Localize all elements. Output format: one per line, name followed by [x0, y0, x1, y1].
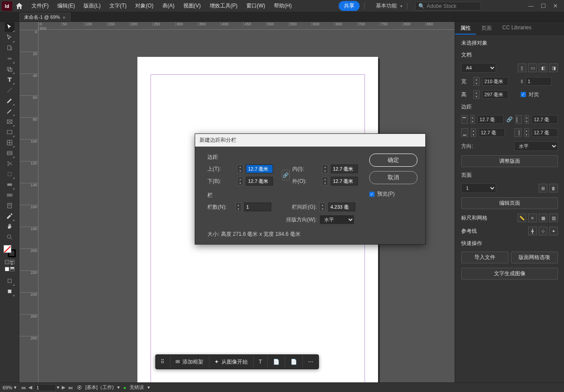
layout-grid-icon[interactable]: ▥ [549, 214, 558, 222]
width-stepper[interactable]: ▲▼ [473, 77, 480, 86]
drag-handle-icon[interactable]: ⠿ [155, 355, 170, 369]
margin-outside-field[interactable] [331, 177, 358, 186]
link-margins-icon[interactable]: 🔗 [282, 170, 290, 180]
pencil-tool[interactable] [5, 106, 14, 116]
gutter-stepper[interactable]: ▲▼ [319, 203, 326, 211]
preview-checkbox[interactable]: ✓ [369, 192, 375, 197]
page-tool[interactable] [5, 43, 14, 53]
type-tool[interactable] [5, 75, 14, 84]
orientation-portrait-icon[interactable]: ▯ [518, 63, 526, 72]
gutter-field[interactable] [328, 203, 355, 211]
apply-gradient-icon[interactable] [10, 267, 14, 271]
height-input[interactable] [482, 90, 508, 99]
apply-container-icon[interactable] [5, 260, 9, 264]
apply-none-icon[interactable] [5, 267, 9, 271]
menu-view[interactable]: 视图(V) [179, 0, 205, 11]
eyedropper-tool[interactable] [5, 211, 14, 221]
line-tool[interactable] [5, 85, 14, 95]
zoom-control[interactable]: 69% ▾ [3, 385, 17, 390]
menu-file[interactable]: 文件(F) [27, 0, 53, 11]
columns-stepper[interactable]: ▲▼ [235, 203, 242, 211]
rectangle-frame-tool[interactable] [5, 117, 14, 126]
margin-bottom-stepper[interactable]: ▲▼ [471, 128, 476, 137]
grid-tool[interactable] [5, 138, 14, 147]
page-icon-button[interactable]: 📄 [285, 355, 303, 369]
open-nav-icon[interactable]: ⦿ [77, 385, 82, 390]
document-tab[interactable]: 未命名-1 @ 69% × [19, 13, 70, 21]
preflight-profile[interactable]: [基本]（工作) [85, 384, 114, 391]
page-number-select[interactable]: 1 [461, 183, 496, 193]
content-collector-tool[interactable] [5, 64, 14, 74]
margin-outside-input[interactable] [532, 128, 558, 137]
import-file-button[interactable]: 导入文件 [461, 252, 508, 263]
margin-bottom-input[interactable] [479, 128, 505, 137]
adjust-layout-button[interactable]: 调整版面 [461, 155, 558, 167]
direct-selection-tool[interactable] [5, 33, 14, 42]
cancel-button[interactable]: 取消 [369, 171, 417, 184]
height-stepper[interactable]: ▲▼ [473, 90, 480, 99]
add-frame-button[interactable]: ✉添加框架 [170, 355, 209, 369]
pen-tool[interactable] [5, 96, 14, 105]
prev-page-icon[interactable]: ◀ [27, 385, 33, 391]
workspace-switcher[interactable]: 基本功能 [376, 2, 403, 10]
tab-properties[interactable]: 属性 [455, 22, 476, 35]
home-icon[interactable] [15, 2, 24, 10]
scissors-tool[interactable] [5, 159, 14, 168]
text-to-image-button[interactable]: 文字生成图像 [461, 268, 558, 280]
chevron-down-icon[interactable]: ▾ [117, 385, 120, 390]
layout-grid-options-button[interactable]: 版面网格选项 [511, 252, 558, 263]
apply-text-icon[interactable]: T [10, 260, 14, 264]
direction-select[interactable]: 水平 [514, 141, 558, 151]
add-page-icon[interactable]: ⊞ [539, 184, 547, 192]
document-grid-icon[interactable]: ▦ [539, 214, 547, 222]
margin-top-stepper[interactable]: ▲▼ [237, 164, 243, 173]
lock-guides-icon[interactable]: ⊹ [539, 227, 547, 235]
view-mode-preview[interactable] [5, 287, 14, 296]
columns-field[interactable] [244, 203, 271, 211]
margin-top-input[interactable] [477, 115, 504, 124]
menu-window[interactable]: 窗口(W) [242, 0, 270, 11]
zoom-tool[interactable] [5, 232, 14, 242]
view-mode-normal[interactable] [5, 276, 14, 286]
margin-top-field[interactable] [246, 164, 273, 173]
fill-stroke-swatch[interactable] [4, 245, 16, 257]
free-transform-tool[interactable] [5, 169, 14, 179]
margin-bottom-field[interactable] [246, 177, 273, 186]
margin-inside-stepper[interactable]: ▲▼ [322, 164, 328, 173]
note-tool[interactable] [5, 201, 14, 210]
menu-object[interactable]: 对象(O) [131, 0, 158, 11]
link-margins-icon[interactable]: 🔗 [506, 116, 513, 122]
binding-rtl-icon[interactable]: ◨ [549, 63, 558, 72]
minimize-button[interactable]: — [528, 3, 534, 9]
width-input[interactable] [482, 77, 508, 86]
baseline-grid-icon[interactable]: ≡ [528, 214, 537, 222]
last-page-icon[interactable]: ⏭ [67, 385, 74, 391]
menu-edit[interactable]: 编辑(E) [53, 0, 79, 11]
chevron-down-icon[interactable]: ▾ [147, 385, 150, 390]
menu-layout[interactable]: 版面(L) [79, 0, 105, 11]
writing-direction-select[interactable]: 水平 [319, 215, 354, 224]
document-icon-button[interactable]: 📄 [268, 355, 285, 369]
gradient-feather-tool[interactable] [5, 190, 14, 200]
hand-tool[interactable] [5, 222, 14, 231]
menu-type[interactable]: 文字(T) [105, 0, 131, 11]
ok-button[interactable]: 确定 [369, 154, 417, 167]
search-input[interactable]: 🔍 Adobe Stock [415, 2, 481, 10]
orientation-landscape-icon[interactable]: ▭ [528, 63, 537, 72]
tab-close-icon[interactable]: × [63, 15, 65, 20]
page-preset-select[interactable]: A4 [461, 63, 496, 73]
first-page-icon[interactable]: ⏮ [20, 385, 26, 391]
text-icon-button[interactable]: T [253, 355, 267, 369]
ruler-icon[interactable]: 📏 [518, 214, 526, 222]
chevron-down-icon[interactable]: ▾ [14, 385, 17, 390]
vertical-ruler[interactable]: 020406080100120140160180200220240260280 [19, 22, 39, 382]
binding-ltr-icon[interactable]: ◧ [539, 63, 547, 72]
next-page-icon[interactable]: ▶ [60, 385, 67, 391]
menu-plugins[interactable]: 增效工具(P) [205, 0, 242, 11]
smart-guides-icon[interactable]: ✦ [549, 227, 558, 235]
gradient-swatch-tool[interactable] [5, 180, 14, 189]
rectangle-tool[interactable] [5, 127, 14, 137]
fill-swatch[interactable] [4, 245, 11, 253]
pages-input[interactable] [525, 77, 552, 86]
chevron-down-icon[interactable]: ▾ [57, 385, 60, 390]
